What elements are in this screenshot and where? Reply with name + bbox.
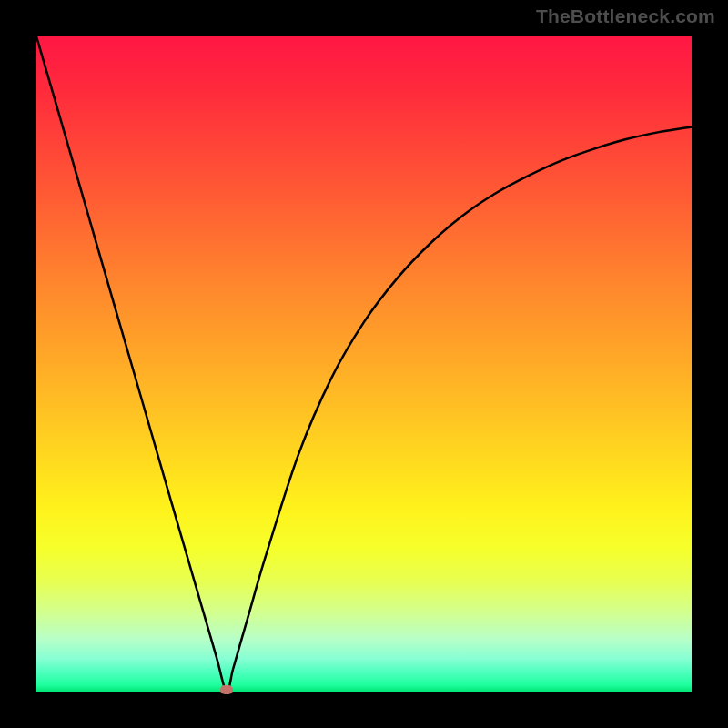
minimum-marker: [220, 685, 233, 694]
figure: { "attribution": "TheBottleneck.com", "c…: [0, 0, 728, 728]
attribution-label: TheBottleneck.com: [536, 5, 715, 27]
bottleneck-curve: [36, 36, 692, 692]
plot-area: [36, 36, 692, 692]
